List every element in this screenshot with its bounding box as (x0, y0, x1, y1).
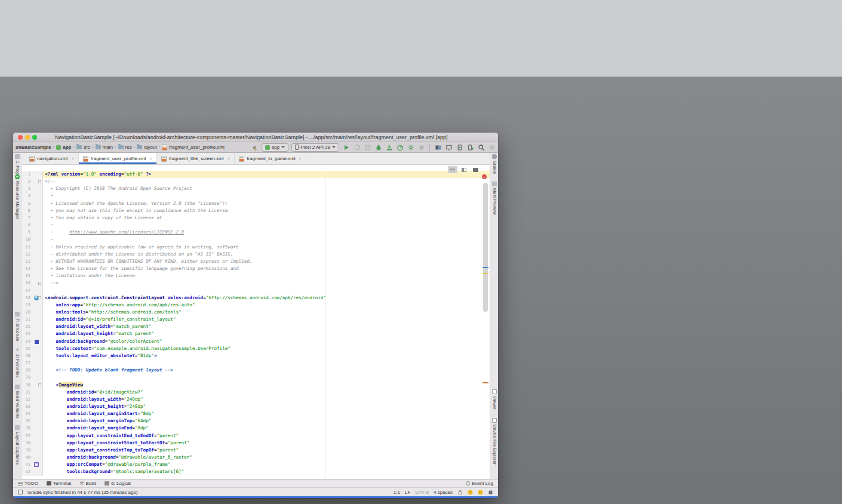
code-line-41[interactable]: 41 app:srcCompat="@drawable/purple_frame… (22, 461, 490, 468)
code-line-12[interactable]: 12 ~ distributed under the License is di… (22, 251, 490, 258)
tool-strip-button-resource-manager[interactable]: Resource Manager (13, 174, 21, 234)
code-line-16[interactable]: 16 --> (22, 279, 490, 287)
drawable-preview-gutter-icon[interactable] (34, 462, 39, 467)
breadcrumb-item-app[interactable]: app (56, 145, 71, 150)
error-stripe-indicator[interactable] (482, 174, 487, 179)
stripe-mark-info[interactable] (483, 267, 488, 268)
tool-strip-button-build-variants[interactable]: Build Variants (13, 385, 21, 425)
profiler-settings-icon[interactable] (407, 143, 414, 151)
code-line-9[interactable]: 9 ~ http://www.apache.org/licenses/LICEN… (22, 229, 490, 236)
tool-strip-button-gradle[interactable]: Gradle (490, 154, 498, 180)
code-line-6[interactable]: 6 ~ you may not use this file except in … (22, 207, 490, 214)
code-line-37[interactable]: 37 app:layout_constraintEnd_toEndOf="par… (22, 432, 490, 440)
tool-window-todo[interactable]: TODO (18, 481, 38, 486)
code-text[interactable]: xmlns:app="http://schemas.android.com/ap… (43, 302, 490, 309)
layout-validation-icon[interactable] (445, 143, 453, 151)
attach-debugger-icon[interactable] (385, 143, 393, 151)
code-text[interactable]: <android.support.constraint.ConstraintLa… (43, 294, 490, 302)
code-text[interactable]: --> (43, 279, 490, 287)
code-line-3[interactable]: 3 ~ Copyright (C) 2018 The Android Open … (22, 185, 490, 192)
apply-changes-icon[interactable] (353, 143, 361, 151)
code-text[interactable]: android:layout_marginTop="64dp" (43, 417, 490, 425)
minimize-window-button[interactable] (25, 135, 30, 140)
code-line-10[interactable]: 10 ~ (22, 236, 490, 243)
code-line-42[interactable]: 42 tools:background="@tools:sample/avata… (22, 468, 490, 475)
editor-tab-fragment_in_game-xml[interactable]: fragment_in_game.xml× (235, 153, 306, 164)
stripe-mark-warning-2[interactable] (483, 382, 488, 383)
breadcrumb-item-layout[interactable]: layout (137, 145, 156, 150)
lock-icon[interactable] (457, 490, 463, 495)
code-text[interactable]: android:layout_marginStart="8dp" (43, 410, 490, 417)
close-window-button[interactable] (18, 135, 23, 140)
fold-marker[interactable] (38, 383, 41, 386)
code-editor[interactable]: 1<?xml version="1.0" encoding="utf-8" ?>… (22, 165, 490, 479)
tool-strip-button-structure[interactable]: 7: Structure (13, 312, 21, 345)
breadcrumb-item-src[interactable]: src (76, 145, 90, 150)
code-line-7[interactable]: 7 ~ You may obtain a copy of the License… (22, 214, 490, 222)
tab-close-icon[interactable]: × (149, 156, 152, 161)
code-text[interactable]: ~ WITHOUT WARRANTIES OR CONDITIONS OF AN… (43, 258, 490, 265)
code-line-11[interactable]: 11 ~ Unless required by applicable law o… (22, 244, 490, 251)
caret-position-widget[interactable]: 1:1 (394, 490, 400, 495)
code-line-18[interactable]: 18<android.support.constraint.Constraint… (22, 294, 490, 302)
project-structure-icon[interactable] (488, 143, 496, 151)
code-line-5[interactable]: 5 ~ Licensed under the Apache License, V… (22, 200, 490, 207)
event-log-button[interactable]: Event Log (466, 481, 493, 486)
code-text[interactable]: tools:layout_editor_absoluteY="81dp"> (43, 352, 490, 359)
tab-close-icon[interactable]: × (228, 156, 231, 161)
code-line-22[interactable]: 22 android:layout_width="match_parent" (22, 323, 490, 330)
line-separator-widget[interactable]: LF (405, 490, 410, 495)
code-line-1[interactable]: 1<?xml version="1.0" encoding="utf-8" ?> (22, 171, 490, 178)
code-text[interactable]: app:srcCompat="@drawable/purple_frame" (43, 461, 490, 468)
sync-gradle-icon[interactable] (434, 143, 442, 151)
code-line-23[interactable]: 23 android:layout_height="match_parent" (22, 330, 490, 337)
stripe-mark-warning[interactable] (483, 273, 488, 274)
editor-tab-fragment_user_profile-xml[interactable]: fragment_user_profile.xml× (79, 153, 157, 164)
code-line-32[interactable]: 32 android:layout_width="240dp" (22, 396, 490, 403)
happy-feedback-icon[interactable] (468, 490, 473, 495)
tab-close-icon[interactable]: × (71, 156, 74, 161)
code-text[interactable]: android:id="@+id/profiler_constraint_lay… (43, 316, 490, 323)
code-text[interactable]: tools:background="@tools:sample/avatars[… (43, 468, 490, 475)
code-text[interactable]: android:id="@+id/imageView7" (43, 389, 490, 396)
code-line-29[interactable]: 29 (22, 374, 490, 381)
code-text[interactable]: ~ distributed under the License is distr… (43, 251, 490, 258)
editor-scrollbar[interactable] (483, 183, 488, 312)
code-text[interactable] (43, 359, 490, 367)
code-text[interactable] (43, 287, 490, 294)
code-line-39[interactable]: 39 app:layout_constraintTop_toTopOf="par… (22, 447, 490, 454)
code-text[interactable]: android:background="@color/colorAccent" (43, 338, 490, 345)
color-swatch-gutter-icon[interactable] (35, 340, 39, 344)
hammer-icon[interactable] (251, 143, 259, 151)
code-line-17[interactable]: 17 (22, 287, 490, 294)
code-text[interactable]: <!-- TODO: Update blank fragment layout … (43, 367, 490, 374)
code-text[interactable]: ~ (43, 236, 490, 243)
code-line-13[interactable]: 13 ~ WITHOUT WARRANTIES OR CONDITIONS OF… (22, 258, 490, 265)
code-line-38[interactable]: 38 app:layout_constraintStart_toStartOf=… (22, 440, 490, 447)
code-text[interactable]: ~ limitations under the License. (43, 272, 490, 279)
code-line-34[interactable]: 34 android:layout_marginStart="8dp" (22, 410, 490, 417)
code-line-25[interactable]: 25 tools:context="com.example.android.na… (22, 345, 490, 352)
code-line-19[interactable]: 19 xmlns:app="http://schemas.android.com… (22, 302, 490, 309)
tool-window-logcat[interactable]: 6: Logcat (105, 481, 131, 486)
code-line-31[interactable]: 31 android:id="@+id/imageView7" (22, 389, 490, 396)
code-view-button[interactable] (448, 166, 457, 173)
sad-feedback-icon[interactable] (478, 490, 483, 495)
code-line-33[interactable]: 33 android:layout_height="240dp" (22, 403, 490, 410)
code-text[interactable]: ~ See the License for the specific langu… (43, 265, 490, 272)
code-text[interactable]: ~ (43, 192, 490, 199)
breadcrumb-item-main[interactable]: main (96, 145, 113, 150)
split-view-button[interactable] (459, 166, 469, 173)
code-line-35[interactable]: 35 android:layout_marginTop="64dp" (22, 417, 490, 425)
editor-tab-navigation-xml[interactable]: navigation.xml× (25, 153, 79, 164)
code-text[interactable]: android:layout_width="match_parent" (43, 323, 490, 330)
code-text[interactable]: xmlns:tools="http://schemas.android.com/… (43, 309, 490, 316)
code-text[interactable]: ~ (43, 222, 490, 229)
code-line-28[interactable]: 28 <!-- TODO: Update blank fragment layo… (22, 367, 490, 374)
search-everywhere-icon[interactable] (477, 143, 485, 151)
code-text[interactable]: android:layout_height="240dp" (43, 403, 490, 410)
breadcrumb-item-fragment-user-profile-xml[interactable]: fragment_user_profile.xml (162, 145, 224, 150)
code-line-2[interactable]: 2<!-- (22, 178, 490, 185)
apply-code-changes-icon[interactable] (364, 143, 371, 151)
code-text[interactable]: tools:context="com.example.android.navig… (43, 345, 490, 352)
